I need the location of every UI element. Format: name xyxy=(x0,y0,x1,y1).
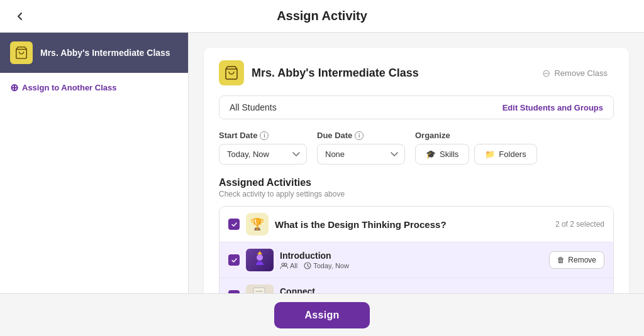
sidebar-class-name: Mrs. Abby's Intermediate Class xyxy=(40,48,170,58)
connect-info: Connect All xyxy=(280,286,604,294)
svg-point-4 xyxy=(284,263,287,266)
organize-buttons: 🎓 Skills 📁 Folders xyxy=(415,144,537,165)
assigned-subtitle: Check activity to apply settings above xyxy=(219,190,614,198)
start-date-label: Start Date i xyxy=(219,131,307,140)
svg-point-2 xyxy=(257,254,263,261)
organize-label: Organize xyxy=(415,131,537,140)
activity-group-checkbox[interactable] xyxy=(228,219,240,230)
folders-button[interactable]: 📁 Folders xyxy=(474,144,536,165)
trophy-icon: 🏆 xyxy=(246,213,269,236)
intro-title: Introduction xyxy=(280,251,543,261)
start-date-group: Start Date i Today, Now xyxy=(219,131,307,165)
bottom-bar: Assign xyxy=(0,293,644,336)
due-date-label: Due Date i xyxy=(317,131,405,140)
content-area: Mrs. Abby's Intermediate Class ⊖ Remove … xyxy=(189,33,644,293)
folders-label: Folders xyxy=(499,149,526,159)
activity-sub-items: Introduction All xyxy=(219,242,613,293)
svg-point-3 xyxy=(282,263,284,266)
sidebar-class-icon xyxy=(10,41,33,64)
skills-icon: 🎓 xyxy=(426,149,436,159)
add-class-plus-icon: ⊕ xyxy=(10,82,18,94)
back-button[interactable] xyxy=(10,6,30,26)
remove-class-label: Remove Class xyxy=(554,68,608,78)
header: Assign Activity xyxy=(0,0,644,33)
intro-remove-label: Remove xyxy=(568,256,596,264)
svg-rect-6 xyxy=(253,288,265,293)
edit-students-button[interactable]: Edit Students and Groups xyxy=(502,103,603,112)
skills-button[interactable]: 🎓 Skills xyxy=(415,144,469,165)
class-card-name: Mrs. Abby's Intermediate Class xyxy=(252,67,419,80)
intro-checkbox[interactable] xyxy=(228,254,240,266)
page-title: Assign Activity xyxy=(277,9,367,23)
assign-button[interactable]: Assign xyxy=(274,302,369,328)
activity-group-title: What is the Design Thinking Process? xyxy=(275,219,447,230)
skills-label: Skills xyxy=(440,149,458,159)
intro-meta: All Today, Now xyxy=(280,262,543,270)
add-class-label: Assign to Another Class xyxy=(22,83,116,92)
main-layout: Mrs. Abby's Intermediate Class ⊕ Assign … xyxy=(0,33,644,293)
svg-rect-7 xyxy=(255,291,263,292)
start-date-info-icon[interactable]: i xyxy=(260,131,269,140)
intro-remove-button[interactable]: 🗑 Remove xyxy=(549,251,604,269)
students-label: All Students xyxy=(230,102,277,112)
class-card-title-row: Mrs. Abby's Intermediate Class xyxy=(219,60,419,85)
start-date-select[interactable]: Today, Now xyxy=(219,144,307,165)
intro-time-label: Today, Now xyxy=(313,262,349,269)
activity-item-introduction: Introduction All xyxy=(219,242,613,278)
activity-group-header: 🏆 What is the Design Thinking Process? 2… xyxy=(219,207,613,242)
intro-students-meta: All xyxy=(280,262,297,270)
class-card-header: Mrs. Abby's Intermediate Class ⊖ Remove … xyxy=(219,60,614,85)
activity-item-connect: Connect All xyxy=(219,278,613,293)
connect-title: Connect xyxy=(280,286,604,294)
add-class-button[interactable]: ⊕ Assign to Another Class xyxy=(0,73,188,102)
assigned-section: Assigned Activities Check activity to ap… xyxy=(219,177,614,293)
class-card: Mrs. Abby's Intermediate Class ⊖ Remove … xyxy=(204,48,629,293)
organize-group: Organize 🎓 Skills 📁 Folders xyxy=(415,131,537,165)
class-card-icon xyxy=(219,60,244,85)
students-row: All Students Edit Students and Groups xyxy=(219,95,614,119)
trash-icon: 🗑 xyxy=(557,256,565,264)
intro-students-label: All xyxy=(290,262,297,269)
intro-thumbnail xyxy=(246,249,274,271)
remove-class-circle-icon: ⊖ xyxy=(542,67,550,79)
activity-count: 2 of 2 selected xyxy=(555,220,604,229)
due-date-select[interactable]: None xyxy=(317,144,405,165)
folders-icon: 📁 xyxy=(485,149,495,159)
intro-time-meta: Today, Now xyxy=(304,262,349,269)
activity-group: 🏆 What is the Design Thinking Process? 2… xyxy=(219,206,614,293)
due-date-info-icon[interactable]: i xyxy=(355,131,364,140)
remove-class-button[interactable]: ⊖ Remove Class xyxy=(536,63,614,83)
intro-info: Introduction All xyxy=(280,251,543,270)
assigned-title: Assigned Activities xyxy=(219,177,614,188)
sidebar: Mrs. Abby's Intermediate Class ⊕ Assign … xyxy=(0,33,189,293)
due-date-group: Due Date i None xyxy=(317,131,405,165)
fields-row: Start Date i Today, Now Due Date i None xyxy=(219,131,614,165)
connect-thumbnail xyxy=(246,285,274,293)
sidebar-class-item[interactable]: Mrs. Abby's Intermediate Class xyxy=(0,33,188,73)
